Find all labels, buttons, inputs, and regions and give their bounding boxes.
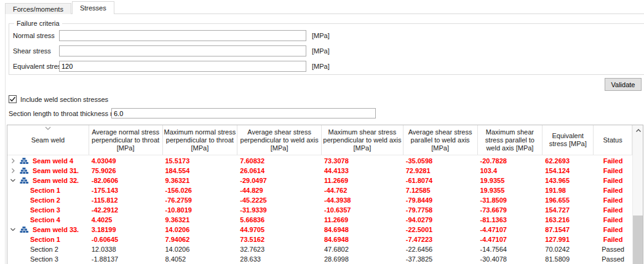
- truncation-ellipsis: ...: [73, 177, 79, 184]
- seam-weld-cell: Section 1: [7, 235, 89, 244]
- table-body: Seam weld 44.0304915.51737.6083273.3078-…: [7, 156, 632, 264]
- results-table: Seam weld Average normal stress perpendi…: [7, 125, 643, 264]
- table-row[interactable]: Section 3-1.881378.405228.63328.6998-37.…: [7, 254, 632, 264]
- column-header-max-normal[interactable]: Maximum normal stress perpendicular to t…: [163, 125, 238, 155]
- value-cell: 84.6948: [322, 225, 403, 235]
- ratio-input[interactable]: [111, 108, 376, 118]
- weld-icon: [20, 167, 29, 174]
- expand-chevron-icon[interactable]: [10, 168, 16, 174]
- value-cell: -31.9339: [237, 205, 322, 215]
- value-cell: -7.47223: [403, 235, 478, 244]
- table-row[interactable]: Section 1-175.143-156.026-44.829-44.7627…: [7, 185, 632, 195]
- column-header-equivalent[interactable]: Equivalent stress [MPa]: [543, 125, 594, 155]
- column-header-status[interactable]: Status: [594, 125, 632, 155]
- status-cell: Failed: [594, 205, 632, 215]
- column-header-avg-normal[interactable]: Average normal stress perpendicular to t…: [89, 125, 163, 155]
- expand-chevron-icon[interactable]: [10, 177, 16, 184]
- column-header-avg-shear-perp[interactable]: Average shear stress perpendicular to we…: [237, 125, 322, 155]
- value-cell: -44.762: [322, 185, 403, 195]
- seam-weld-cell: Section 3: [7, 254, 89, 264]
- ratio-label: Section length to throat thickness ratio: [9, 110, 124, 117]
- include-weld-section-stresses-checkbox[interactable]: [9, 95, 17, 103]
- value-cell: -14.7564: [478, 244, 543, 254]
- value-cell: -29.0497: [237, 176, 322, 185]
- status-cell: Failed: [594, 215, 632, 225]
- value-cell: 143.965: [543, 176, 594, 185]
- shear-stress-input[interactable]: [59, 45, 306, 56]
- status-cell: Failed: [594, 225, 632, 235]
- table-row[interactable]: Seam weld 31...75.9026184.55426.061444.4…: [7, 166, 632, 176]
- row-label: Section 2: [30, 246, 58, 253]
- column-header-avg-shear-par[interactable]: Average shear stress parallel to weld ax…: [403, 125, 478, 155]
- value-cell: 14.0206: [163, 244, 238, 254]
- table-row[interactable]: Seam weld 33...3.1819914.020644.970584.6…: [7, 225, 632, 235]
- table-row[interactable]: Seam weld 44.0304915.51737.6083273.3078-…: [7, 156, 632, 166]
- value-cell: 154.727: [543, 205, 594, 215]
- value-cell: -4.47107: [478, 235, 543, 244]
- value-cell: -82.0606: [89, 176, 163, 185]
- normal-stress-input[interactable]: [59, 30, 306, 41]
- include-weld-section-stresses-label: Include weld section stresses: [20, 96, 108, 103]
- table-row[interactable]: Section 3-42.2912-10.8019-31.9339-10.635…: [7, 205, 632, 215]
- value-cell: -31.8509: [478, 195, 543, 205]
- table-header: Seam weld Average normal stress perpendi…: [7, 125, 632, 155]
- equivalent-stress-label: Equivalent stress: [13, 63, 65, 70]
- row-label: Section 4: [30, 216, 60, 223]
- group-title: Failure criteria: [14, 20, 62, 27]
- seam-weld-cell: Seam weld 4: [7, 156, 89, 166]
- value-cell: 75.9026: [89, 166, 163, 176]
- row-label: Seam weld 4: [33, 157, 73, 165]
- expand-chevron-icon[interactable]: [10, 158, 16, 164]
- value-cell: -4.47107: [478, 225, 543, 235]
- value-cell: -76.2759: [163, 195, 238, 205]
- checkmark-icon: [9, 96, 16, 103]
- seam-weld-cell: Seam weld 32...: [7, 176, 89, 185]
- normal-stress-unit: [MPa]: [312, 32, 330, 39]
- value-cell: -42.2912: [89, 205, 163, 215]
- validate-button[interactable]: Validate: [605, 78, 642, 91]
- row-label: Section 3: [30, 255, 58, 263]
- value-cell: 163.216: [543, 215, 594, 225]
- value-cell: -1.88137: [89, 254, 163, 264]
- table-row[interactable]: Section 212.033814.020632.762347.6802-22…: [7, 244, 632, 254]
- value-cell: -37.3825: [403, 254, 478, 264]
- value-cell: -73.6679: [478, 205, 543, 215]
- equivalent-stress-input[interactable]: [59, 61, 306, 72]
- value-cell: -115.812: [89, 195, 163, 205]
- value-cell: 62.2693: [543, 156, 594, 166]
- scroll-up-button[interactable]: [633, 125, 643, 136]
- value-cell: 184.554: [163, 166, 238, 176]
- vertical-scrollbar[interactable]: [632, 125, 643, 264]
- value-cell: 9.36321: [163, 215, 238, 225]
- tab-forces-moments[interactable]: Forces/moments: [5, 3, 71, 14]
- value-cell: 4.03049: [89, 156, 163, 166]
- value-cell: 5.66836: [237, 215, 322, 225]
- tab-stresses[interactable]: Stresses: [72, 1, 114, 14]
- column-header-max-shear-perp[interactable]: Maximum shear stress perpendicular to we…: [322, 125, 403, 155]
- value-cell: -35.0598: [403, 156, 478, 166]
- shear-stress-unit: [MPa]: [312, 47, 330, 55]
- value-cell: -45.2225: [237, 195, 322, 205]
- value-cell: 26.0614: [237, 166, 322, 176]
- table-row[interactable]: Section 44.40259.363215.6683611.2669-94.…: [7, 215, 632, 225]
- status-cell: Failed: [594, 235, 632, 244]
- value-cell: -22.5001: [403, 225, 478, 235]
- row-label: Section 2: [30, 196, 60, 204]
- column-header-seam-weld[interactable]: Seam weld: [7, 125, 89, 155]
- table-row[interactable]: Seam weld 32...-82.06069.36321-29.049711…: [7, 176, 632, 185]
- value-cell: 73.5162: [237, 235, 322, 244]
- value-cell: 7.60832: [237, 156, 322, 166]
- table-row[interactable]: Section 1-0.606457.9406273.516284.6948-7…: [7, 235, 632, 244]
- value-cell: 15.5173: [163, 156, 238, 166]
- truncation-ellipsis: ...: [73, 226, 79, 233]
- scrollbar-thumb[interactable]: [633, 215, 643, 264]
- value-cell: 47.6802: [322, 244, 403, 254]
- value-cell: 19.9355: [478, 176, 543, 185]
- value-cell: -175.143: [89, 185, 163, 195]
- value-cell: 191.98: [543, 185, 594, 195]
- value-cell: 28.633: [237, 254, 322, 264]
- expand-chevron-icon[interactable]: [10, 227, 16, 233]
- column-header-max-shear-par[interactable]: Maximum shear stress parallel to weld ax…: [478, 125, 543, 155]
- table-row[interactable]: Section 2-115.812-76.2759-45.2225-44.393…: [7, 195, 632, 205]
- value-cell: -79.7758: [403, 205, 478, 215]
